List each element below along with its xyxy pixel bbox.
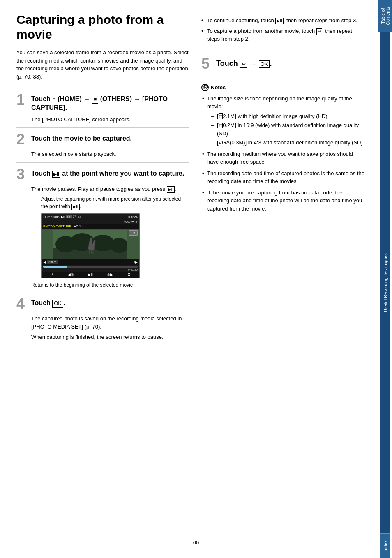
main-content: Capturing a photo from a movie You can s… xyxy=(0,0,379,558)
step2-body: The selected movie starts playback. xyxy=(31,150,189,158)
svg-point-6 xyxy=(88,245,95,250)
step2-header: 2 Touch the movie to be captured. xyxy=(16,132,189,147)
step4-body2: When capturing is finished, the screen r… xyxy=(31,333,189,341)
page-number: 60 xyxy=(193,539,199,546)
cam-status-bar: ⊙ ▭60min ▶II HD 記 ☺ 0:00:24 xyxy=(42,214,139,220)
cam-timeline-labels: 0:01:20 xyxy=(43,268,138,271)
cam-timeline: 0:01:20 xyxy=(42,265,139,272)
note-2: The recording medium where you want to s… xyxy=(201,150,366,166)
cam-btn-return[interactable]: ⤶ xyxy=(50,273,53,277)
cam-label-row: PHOTO CAPTURE ✦5.1ch xyxy=(42,224,139,229)
page-footer: 60 xyxy=(193,535,199,550)
step1-container: 1 Touch ⌂ (HOME) → ≡ (OTHERS) → [PHOTO C… xyxy=(16,88,189,123)
cam-btn-menu[interactable]: ⚙ xyxy=(127,273,131,277)
returns-note: Returns to the beginning of the selected… xyxy=(31,282,189,288)
step5-content: 5 Touch ↩ → OK. xyxy=(201,55,366,72)
cam-video-content xyxy=(53,230,127,259)
cam-bottom-controls: ⤶ ◀◎ ▶II ◎▶ ⚙ xyxy=(42,272,139,278)
step5-container: 5 Touch ↩ → OK. xyxy=(201,50,366,77)
cam-counter: 9999 ❤ ☻ xyxy=(124,220,138,224)
cam-ok-button[interactable]: OK xyxy=(129,230,138,236)
svg-point-5 xyxy=(110,238,127,253)
step1-number: 1 xyxy=(16,93,28,107)
cam-photo-capture-label: PHOTO CAPTURE xyxy=(43,225,71,228)
cam-status-right: 0:00:24 xyxy=(127,215,138,219)
step4-body: The captured photo is saved on the recor… xyxy=(31,315,189,341)
note-1-subbullets: [□2.1M] with high definition image quali… xyxy=(210,112,366,147)
cam-audio-label: ✦5.1ch xyxy=(74,225,85,228)
note-1-sub3: [VGA(0.3M)] in 4:3 with standard definit… xyxy=(210,139,366,147)
step3-sub: Adjust the capturing point with more pre… xyxy=(41,195,189,210)
note-1-text: The image size is fixed depending on the… xyxy=(207,95,352,110)
notes-header: Ⓝ Notes xyxy=(201,84,366,91)
cam-ctrl-prev[interactable]: ◀II xyxy=(43,260,47,264)
notes-list: The image size is fixed depending on the… xyxy=(201,95,366,213)
intro-text: You can save a selected frame from a rec… xyxy=(16,49,189,81)
cam-screen-inner: ⊙ ▭60min ▶II HD 記 ☺ 0:00:24 xyxy=(41,213,140,278)
step4-header: 4 Touch OK. xyxy=(16,296,189,311)
notes-section: Ⓝ Notes The image size is fixed dependin… xyxy=(201,84,366,213)
step5-title: Touch ↩ → OK. xyxy=(216,59,272,68)
page-title: Capturing a photo from a movie xyxy=(16,12,189,42)
continue-bullet-1: To continue capturing, touch ▶II, then r… xyxy=(201,16,366,25)
svg-line-9 xyxy=(93,250,93,254)
note-4: If the movie you are capturing from has … xyxy=(201,189,366,213)
cam-btn-playpause[interactable]: ▶II xyxy=(88,273,93,277)
step1-header: 1 Touch ⌂ (HOME) → ≡ (OTHERS) → [PHOTO C… xyxy=(16,93,189,112)
note-1-sub1: [□2.1M] with high definition image quali… xyxy=(210,112,366,120)
sidebar-index[interactable]: Index xyxy=(380,533,390,558)
cam-record-icon: 記 xyxy=(73,215,76,219)
cam-status-left: ⊙ ▭60min ▶II HD 記 ☺ xyxy=(43,215,81,219)
step2-container: 2 Touch the movie to be captured. The se… xyxy=(16,127,189,158)
cam-btn-ff[interactable]: ◎▶ xyxy=(107,273,113,277)
cam-hd: HD xyxy=(66,215,72,218)
step3-title: Touch ▶II at the point where you want to… xyxy=(31,167,184,178)
notes-icon: Ⓝ xyxy=(201,84,209,91)
step4-number: 4 xyxy=(16,296,28,311)
note-1: The image size is fixed depending on the… xyxy=(201,95,366,147)
step4-body1: The captured photo is saved on the recor… xyxy=(31,315,189,331)
cam-ctrl-next[interactable]: II▶ xyxy=(134,260,138,264)
camera-screen: ⊙ ▭60min ▶II HD 記 ☺ 0:00:24 xyxy=(41,213,189,278)
step3-body: The movie pauses. Play and pause toggles… xyxy=(31,185,189,193)
continue-bullet-2: To capture a photo from another movie, t… xyxy=(201,27,366,43)
right-column: To continue capturing, touch ▶II, then r… xyxy=(201,12,366,546)
cam-video-area: OK xyxy=(42,229,139,259)
cam-battery: ▭60min xyxy=(47,215,60,219)
cam-timeline-bar xyxy=(43,266,138,268)
sidebar: Table of Contents Useful Recording Techn… xyxy=(379,0,392,558)
step4-container: 4 Touch OK. The captured photo is saved … xyxy=(16,292,189,341)
svg-line-7 xyxy=(89,250,90,254)
sidebar-useful[interactable]: Useful Recording Techniques xyxy=(380,32,390,533)
step2-number: 2 xyxy=(16,132,28,147)
continue-bullets: To continue capturing, touch ▶II, then r… xyxy=(201,16,366,43)
step5-number: 5 xyxy=(201,55,213,72)
step4-title: Touch OK. xyxy=(31,296,65,308)
cam-timeline-fill xyxy=(43,266,67,268)
step3-container: 3 Touch ▶II at the point where you want … xyxy=(16,162,189,288)
cam-middle-controls: ◀II □0001 II▶ xyxy=(42,259,139,265)
sidebar-toc-label: Table of Contents xyxy=(380,7,390,25)
note-1-sub2: [□0.2M] in 16:9 (wide) with standard def… xyxy=(210,121,366,137)
cam-counter-row: 9999 ❤ ☻ xyxy=(42,220,139,224)
cam-tl-time: 0:01:20 xyxy=(128,268,138,271)
page-container: Capturing a photo from a movie You can s… xyxy=(0,0,392,558)
cam-icon-disc: ⊙ xyxy=(43,215,46,219)
sidebar-index-label: Index xyxy=(383,540,388,551)
cam-face-icon: ☺ xyxy=(78,215,81,219)
step3-header: 3 Touch ▶II at the point where you want … xyxy=(16,167,189,182)
step2-title: Touch the movie to be captured. xyxy=(31,132,132,143)
step1-body: The [PHOTO CAPTURE] screen appears. xyxy=(31,116,189,124)
sidebar-useful-label: Useful Recording Techniques xyxy=(383,253,388,312)
note-3: The recording date and time of captured … xyxy=(201,169,366,185)
cam-time: 0:00:24 xyxy=(127,215,138,219)
cam-btn-rw[interactable]: ◀◎ xyxy=(68,273,74,277)
left-column: Capturing a photo from a movie You can s… xyxy=(16,12,189,546)
step1-title: Touch ⌂ (HOME) → ≡ (OTHERS) → [PHOTO CAP… xyxy=(31,93,189,112)
sidebar-toc[interactable]: Table of Contents xyxy=(378,0,392,32)
cam-playpause: ▶II xyxy=(61,215,65,219)
cam-ctrl-frame: □0001 xyxy=(47,260,58,264)
notes-label: Notes xyxy=(211,84,226,90)
step3-number: 3 xyxy=(16,167,28,182)
